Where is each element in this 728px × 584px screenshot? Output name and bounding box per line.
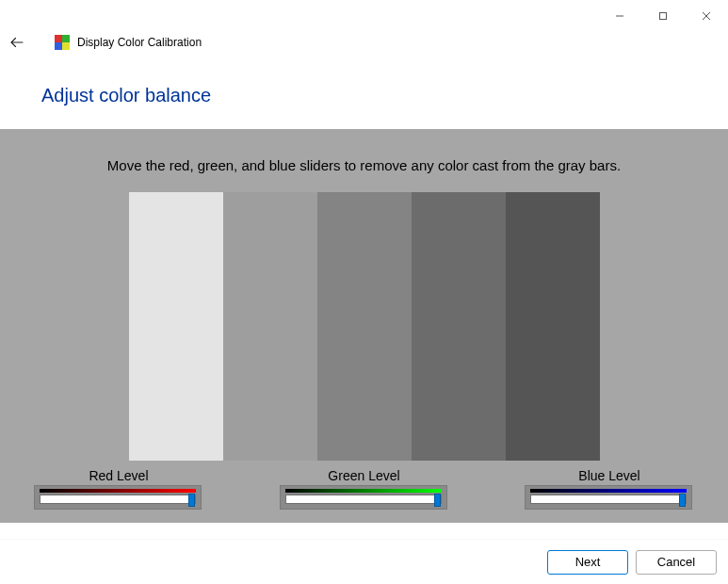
red-level-label: Red Level	[34, 468, 203, 483]
close-window-button[interactable]	[685, 4, 728, 28]
instruction-text: Move the red, green, and blue sliders to…	[0, 157, 728, 173]
gray-bar-2	[223, 192, 317, 461]
blue-gradient-strip	[530, 489, 687, 493]
red-slider-thumb[interactable]	[188, 494, 195, 507]
app-title: Display Color Calibration	[77, 36, 202, 49]
gray-bar-4	[412, 192, 506, 461]
cancel-button[interactable]: Cancel	[636, 550, 717, 575]
header-bar: Display Color Calibration	[0, 28, 728, 57]
gray-bar-5	[506, 192, 600, 461]
green-level-label: Green Level	[280, 468, 449, 483]
green-level-slider[interactable]	[280, 485, 447, 510]
blue-level-slider[interactable]	[525, 485, 692, 510]
green-slider-thumb[interactable]	[434, 494, 441, 507]
minimize-window-button[interactable]	[598, 4, 641, 28]
close-icon	[701, 10, 712, 22]
content-area: Move the red, green, and blue sliders to…	[0, 129, 728, 523]
app-icon	[55, 35, 70, 50]
red-slider-track	[40, 495, 196, 504]
red-level-slider[interactable]	[34, 485, 202, 510]
minimize-icon	[614, 10, 625, 22]
green-slider-track	[285, 495, 442, 504]
gray-bar-1	[129, 192, 223, 461]
blue-level-label: Blue Level	[525, 468, 694, 483]
back-button[interactable]	[6, 31, 28, 54]
next-button[interactable]: Next	[547, 550, 628, 575]
blue-slider-thumb[interactable]	[679, 494, 686, 507]
gray-bar-3	[317, 192, 412, 461]
red-level-slider-group: Red Level	[34, 468, 203, 510]
red-gradient-strip	[40, 489, 196, 493]
window-titlebar	[0, 0, 728, 28]
maximize-icon	[657, 10, 669, 22]
green-level-slider-group: Green Level	[280, 468, 449, 510]
svg-rect-1	[660, 13, 667, 20]
blue-slider-track	[530, 495, 687, 504]
maximize-window-button[interactable]	[641, 4, 685, 28]
page-title: Adjust color balance	[0, 57, 728, 129]
gray-bars-sample	[129, 192, 600, 461]
back-arrow-icon	[8, 34, 25, 51]
blue-level-slider-group: Blue Level	[525, 468, 694, 510]
sliders-row: Red Level Green Level Blue Level	[0, 461, 728, 510]
footer-bar: Next Cancel	[0, 539, 728, 584]
green-gradient-strip	[285, 489, 442, 493]
